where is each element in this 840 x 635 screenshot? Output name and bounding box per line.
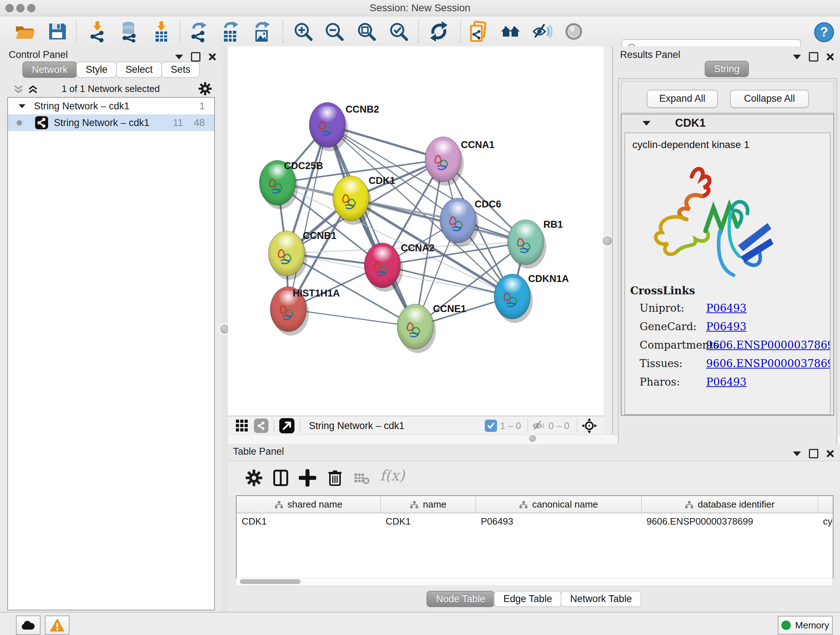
network-row[interactable]: String Network – cdk1 11 48 <box>8 114 214 131</box>
tab-network[interactable]: Network <box>22 62 77 78</box>
network-edge[interactable] <box>327 125 415 326</box>
column-header-name[interactable]: name <box>381 496 476 513</box>
table-row[interactable]: CDK1CDK1P064939606.ENSP00000378699cyclin… <box>237 513 834 529</box>
help-icon[interactable]: ? <box>813 21 835 43</box>
zoom-out-icon[interactable] <box>324 21 345 42</box>
network-node-CCNE1[interactable] <box>397 304 436 353</box>
panel-menu-icon[interactable] <box>793 451 801 456</box>
memory-status-dot <box>782 621 791 630</box>
vertical-splitter-left[interactable] <box>221 46 228 612</box>
pharos-link[interactable]: P06493 <box>706 376 747 388</box>
collapse-all-button[interactable]: Collapse All <box>730 90 809 108</box>
network-node-CCNB1[interactable] <box>268 231 307 280</box>
clone-network-icon[interactable] <box>467 21 489 42</box>
network-node-RB1[interactable] <box>508 220 546 269</box>
cloud-status-button[interactable] <box>16 616 41 635</box>
column-header-description[interactable]: description <box>818 496 834 513</box>
tissues-link[interactable]: 9606.ENSP00000378699 <box>706 357 831 370</box>
network-share-view-icon[interactable] <box>254 418 268 433</box>
column-header-shared-name[interactable]: shared name <box>237 496 381 513</box>
hide-unhide-icon[interactable] <box>531 21 553 42</box>
import-table-icon[interactable] <box>150 21 172 42</box>
network-collection-row[interactable]: String Network – cdk1 1 <box>8 98 214 114</box>
panel-close-icon[interactable] <box>208 53 216 61</box>
selected-checkbox-icon[interactable] <box>485 420 497 432</box>
network-node-CCNA1[interactable] <box>425 137 464 186</box>
function-builder-icon: f(x) <box>380 467 405 484</box>
import-network-file-icon[interactable] <box>87 21 109 42</box>
zoom-selected-icon[interactable] <box>388 21 409 42</box>
open-session-icon[interactable] <box>14 21 35 42</box>
panel-close-icon[interactable] <box>826 450 834 458</box>
tab-string[interactable]: String <box>705 61 749 77</box>
splitter-thumb[interactable] <box>603 236 612 245</box>
table-panel-title: Table Panel <box>233 446 284 457</box>
edge-count: 48 <box>194 117 205 128</box>
network-canvas[interactable]: CCNB2CCNA1CDC25BCDK1CDC6RB1CCNB1CCNA2CDK… <box>228 46 603 416</box>
apply-layout-icon[interactable] <box>428 21 450 42</box>
export-table-icon[interactable] <box>219 21 241 42</box>
network-node-CDKN1A[interactable] <box>494 274 533 323</box>
table-cell[interactable]: 9606.ENSP00000378699 <box>641 513 818 529</box>
network-options-gear-icon[interactable] <box>198 82 212 96</box>
zoom-fit-icon[interactable] <box>355 21 377 42</box>
crosslinks-title: CrossLinks <box>630 285 831 297</box>
export-network-icon[interactable] <box>188 21 210 42</box>
vertical-splitter-right[interactable] <box>603 46 612 434</box>
panel-menu-icon[interactable] <box>175 55 183 59</box>
hidden-eye-icon[interactable] <box>531 418 546 433</box>
table-cell[interactable]: CDK1 <box>237 513 381 529</box>
tab-node-table[interactable]: Node Table <box>426 591 494 607</box>
panel-close-icon[interactable] <box>826 53 834 61</box>
create-column-icon[interactable] <box>299 469 316 486</box>
save-session-icon[interactable] <box>46 21 68 42</box>
network-node-CDC6[interactable] <box>440 198 478 247</box>
show-grid-icon[interactable] <box>235 419 249 432</box>
memory-button[interactable]: Memory <box>778 616 833 635</box>
crosslink-label: Compartments: <box>639 339 706 351</box>
toolbar-separator <box>418 20 419 43</box>
control-panel-tabs: NetworkStyleSelectSets <box>22 62 200 78</box>
uniprot-link[interactable]: P06493 <box>706 302 747 314</box>
compartments-link[interactable]: 9606.ENSP00000378699 <box>706 339 831 351</box>
zoom-in-icon[interactable] <box>292 21 314 42</box>
network-node-CCNA2[interactable] <box>364 243 403 292</box>
table-cell[interactable]: cyclin-dependent ... <box>818 513 834 529</box>
show-columns-icon[interactable] <box>272 469 289 486</box>
tab-sets[interactable]: Sets <box>161 62 200 78</box>
birds-eye-view-icon[interactable] <box>279 418 294 433</box>
tab-edge-table[interactable]: Edge Table <box>494 591 561 607</box>
network-node-CDK1[interactable] <box>333 176 371 225</box>
table-horizontal-scrollbar[interactable] <box>236 578 833 586</box>
tab-style[interactable]: Style <box>76 62 117 78</box>
panel-float-icon[interactable] <box>191 52 201 62</box>
delete-column-icon[interactable] <box>326 469 344 486</box>
table-options-gear-icon[interactable] <box>245 469 263 486</box>
tab-select[interactable]: Select <box>116 62 162 78</box>
network-node-CCNB2[interactable] <box>309 103 348 151</box>
string-home-icon[interactable] <box>500 21 521 42</box>
splitter-thumb[interactable] <box>529 435 536 442</box>
preview-sphere-icon[interactable] <box>563 21 584 42</box>
import-network-database-icon[interactable] <box>118 21 139 42</box>
export-image-icon[interactable] <box>251 21 273 42</box>
table-cell[interactable]: CDK1 <box>381 513 476 529</box>
network-selector-row: 1 of 1 Network selected <box>0 81 221 97</box>
column-header-database-identifier[interactable]: database identifier <box>641 496 818 513</box>
genecard-link[interactable]: P06493 <box>706 320 747 333</box>
tab-network-table[interactable]: Network Table <box>561 591 641 607</box>
delete-table-icon[interactable] <box>354 472 370 485</box>
panel-float-icon[interactable] <box>809 449 818 458</box>
gene-header-row[interactable]: CDK1 <box>622 114 834 132</box>
tree-expander-icon[interactable] <box>19 104 26 108</box>
table-cell[interactable]: P06493 <box>476 513 641 529</box>
warnings-button[interactable] <box>45 616 69 635</box>
gene-description: cyclin-dependent kinase 1 <box>632 139 750 150</box>
scrollbar-thumb[interactable] <box>240 579 301 584</box>
gene-expander-icon[interactable] <box>643 121 651 126</box>
column-header-canonical-name[interactable]: canonical name <box>476 496 641 513</box>
fit-content-crosshair-icon[interactable] <box>581 417 598 434</box>
panel-menu-icon[interactable] <box>793 55 801 59</box>
expand-all-button[interactable]: Expand All <box>647 90 718 108</box>
panel-float-icon[interactable] <box>809 52 818 62</box>
